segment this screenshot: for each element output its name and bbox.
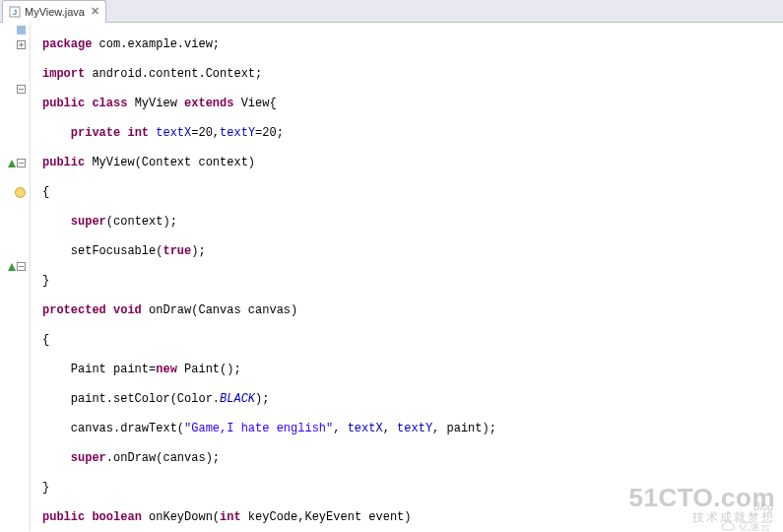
code-editor[interactable]: package com.example.view; import android… xyxy=(0,23,783,531)
override-marker-icon xyxy=(8,263,16,271)
gutter xyxy=(0,23,31,531)
close-icon[interactable]: ✕ xyxy=(91,5,99,18)
svg-text:J: J xyxy=(13,8,17,17)
fold-expand-icon[interactable] xyxy=(17,40,26,49)
fold-collapse-icon[interactable] xyxy=(17,85,26,94)
code-area[interactable]: package com.example.view; import android… xyxy=(31,23,783,531)
tab-bar: J MyView.java ✕ xyxy=(0,0,783,23)
tab-label: MyView.java xyxy=(25,6,85,18)
fold-collapse-icon[interactable] xyxy=(17,262,26,271)
java-file-icon: J xyxy=(9,6,21,18)
warning-icon[interactable] xyxy=(15,187,26,198)
file-tab[interactable]: J MyView.java ✕ xyxy=(2,0,106,23)
fold-collapse-icon[interactable] xyxy=(17,159,26,167)
override-marker-icon xyxy=(8,160,16,167)
